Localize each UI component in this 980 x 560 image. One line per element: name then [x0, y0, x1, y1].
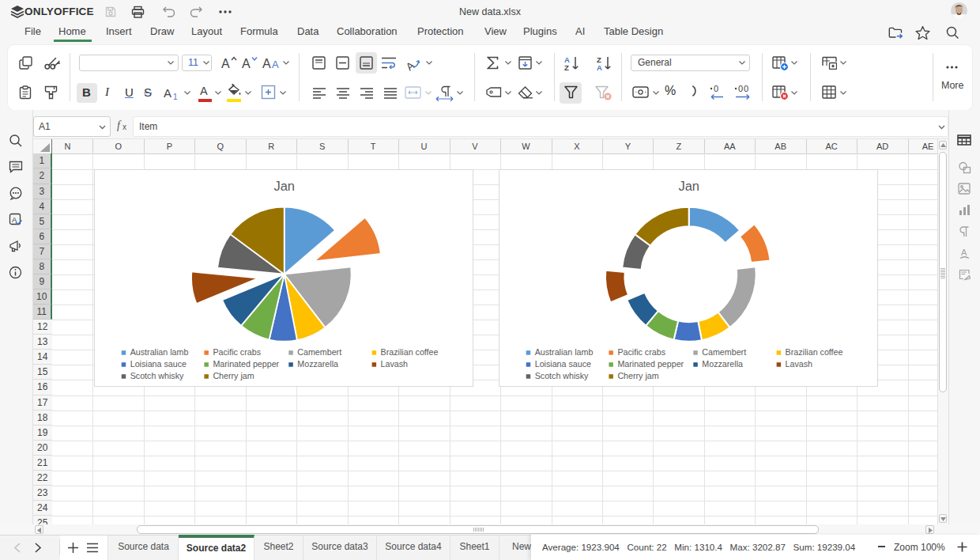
- svg-text:A: A: [242, 57, 251, 70]
- svg-text:Pacific crabs: Pacific crabs: [213, 347, 262, 357]
- svg-text:Mozzarella: Mozzarella: [703, 359, 744, 369]
- svg-text:Scotch whisky: Scotch whisky: [130, 371, 184, 380]
- svg-text:Jan: Jan: [274, 179, 296, 193]
- svg-text:Brazilian coffee: Brazilian coffee: [786, 347, 843, 357]
- svg-text:Lavash: Lavash: [786, 359, 813, 369]
- svg-text:A: A: [221, 57, 230, 70]
- svg-text:A: A: [597, 63, 602, 71]
- svg-text:Lavash: Lavash: [381, 359, 409, 369]
- svg-text:Marinated pepper: Marinated pepper: [213, 359, 280, 369]
- svg-text:Brazilian coffee: Brazilian coffee: [381, 347, 439, 357]
- svg-text:A: A: [961, 248, 967, 257]
- svg-text:x: x: [122, 123, 126, 131]
- svg-text:A: A: [164, 86, 172, 100]
- svg-text:Z: Z: [564, 63, 569, 71]
- svg-text:Cherry jam: Cherry jam: [618, 371, 659, 380]
- svg-text:0: 0: [714, 84, 718, 93]
- svg-text:Marinated pepper: Marinated pepper: [618, 359, 684, 369]
- svg-text:A: A: [272, 59, 279, 70]
- svg-text:Cherry jam: Cherry jam: [213, 371, 254, 380]
- svg-text:1: 1: [173, 93, 178, 100]
- svg-text:f: f: [117, 119, 122, 131]
- svg-text:Camembert: Camembert: [703, 347, 747, 357]
- svg-text:Scotch whisky: Scotch whisky: [535, 371, 589, 380]
- svg-text:Pacific crabs: Pacific crabs: [618, 347, 666, 357]
- svg-text:Mozzarella: Mozzarella: [298, 359, 339, 369]
- svg-text:0: 0: [738, 84, 743, 93]
- svg-text:0: 0: [744, 84, 748, 93]
- svg-text:A: A: [200, 85, 208, 96]
- svg-text:Loisiana sauce: Loisiana sauce: [130, 359, 187, 369]
- svg-text:Loisiana sauce: Loisiana sauce: [535, 359, 591, 369]
- svg-text:A: A: [404, 59, 416, 71]
- svg-text:Australian lamb: Australian lamb: [535, 347, 594, 357]
- svg-text:A: A: [262, 57, 271, 70]
- svg-text:Jan: Jan: [679, 179, 700, 193]
- svg-text:Camembert: Camembert: [298, 347, 342, 357]
- svg-text:Australian lamb: Australian lamb: [130, 347, 189, 357]
